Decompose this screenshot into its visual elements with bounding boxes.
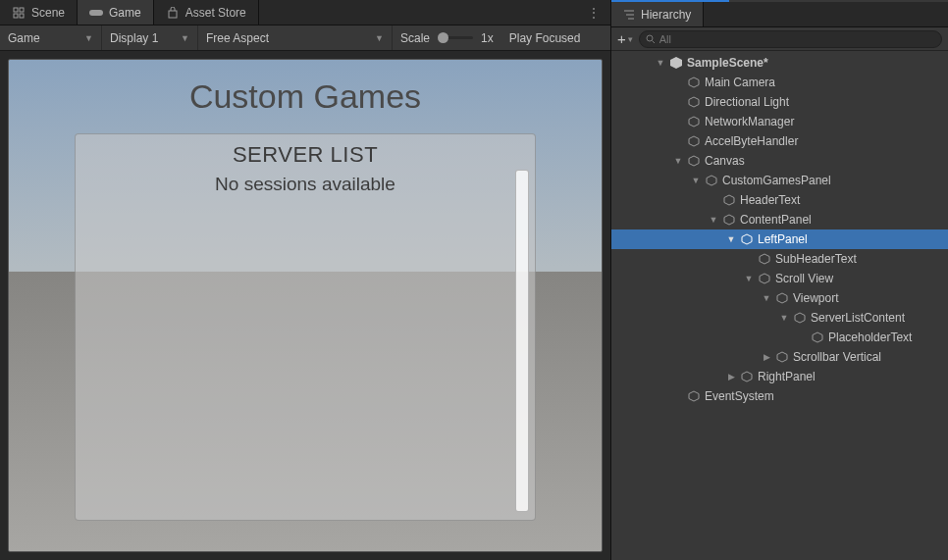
node-event-system[interactable]: EventSystem xyxy=(611,386,948,406)
svg-marker-28 xyxy=(689,391,699,401)
aspect-label: Free Aspect xyxy=(206,31,269,45)
tab-game-label: Game xyxy=(109,6,141,20)
svg-rect-1 xyxy=(20,8,24,12)
node-main-camera[interactable]: Main Camera xyxy=(611,73,948,92)
foldout-open-icon[interactable]: ▼ xyxy=(691,176,701,185)
node-canvas[interactable]: ▼ Canvas xyxy=(611,151,948,171)
svg-marker-24 xyxy=(795,313,805,323)
node-placeholder-text[interactable]: PlaceholderText xyxy=(611,328,948,347)
foldout-closed-icon[interactable]: ▶ xyxy=(762,352,771,362)
svg-rect-3 xyxy=(20,14,24,18)
output-target-label: Game xyxy=(8,31,40,45)
node-network-manager[interactable]: NetworkManager xyxy=(611,112,948,131)
gameobject-icon xyxy=(758,252,771,266)
svg-marker-26 xyxy=(777,352,787,362)
node-right-panel[interactable]: ▶ RightPanel xyxy=(611,367,948,386)
node-header-text[interactable]: HeaderText xyxy=(611,190,948,210)
create-dropdown[interactable]: + ▾ xyxy=(617,30,633,47)
foldout-open-icon[interactable]: ▼ xyxy=(673,156,683,166)
node-label: AccelByteHandler xyxy=(705,134,798,148)
svg-marker-21 xyxy=(760,254,769,264)
gameobject-icon xyxy=(722,193,736,207)
node-scroll-view[interactable]: ▼ Scroll View xyxy=(611,269,948,288)
svg-marker-27 xyxy=(742,372,752,382)
scene-row[interactable]: ▼ SampleScene* xyxy=(611,53,948,73)
chevron-down-icon: ▼ xyxy=(84,33,93,43)
svg-rect-4 xyxy=(89,10,103,16)
gameobject-icon xyxy=(705,174,718,187)
node-sub-header-text[interactable]: SubHeaderText xyxy=(611,249,948,269)
node-label: PlaceholderText xyxy=(828,331,912,344)
gameobject-icon xyxy=(740,370,754,383)
node-scrollbar-vertical[interactable]: ▶ Scrollbar Vertical xyxy=(611,347,948,367)
svg-marker-25 xyxy=(813,332,822,342)
svg-marker-11 xyxy=(670,57,682,69)
play-mode-dropdown[interactable]: Play Focused xyxy=(501,31,610,45)
node-custom-games-panel[interactable]: ▼ CustomGamesPanel xyxy=(611,171,948,190)
tab-game[interactable]: Game xyxy=(78,0,154,25)
node-content-panel[interactable]: ▼ ContentPanel xyxy=(611,210,948,229)
plus-icon: + xyxy=(617,30,626,47)
server-list-scrollbar[interactable] xyxy=(515,170,529,512)
node-label: RightPanel xyxy=(758,370,816,383)
play-mode-label: Play Focused xyxy=(509,31,581,45)
svg-marker-19 xyxy=(724,215,734,225)
gameobject-icon xyxy=(687,154,701,168)
tab-options-icon[interactable]: ⋮ xyxy=(583,0,605,25)
gameobject-icon xyxy=(793,311,807,325)
node-accelbyte-handler[interactable]: AccelByteHandler xyxy=(611,131,948,151)
scale-value: 1x xyxy=(481,31,494,45)
game-icon xyxy=(89,6,103,20)
node-left-panel[interactable]: ▼ LeftPanel xyxy=(611,229,948,249)
slider-knob[interactable] xyxy=(438,32,448,43)
gameobject-icon xyxy=(687,95,701,109)
foldout-open-icon[interactable]: ▼ xyxy=(656,58,665,68)
custom-games-title: Custom Games xyxy=(189,77,421,116)
tab-scene-label: Scene xyxy=(31,6,65,20)
node-label: CustomGamesPanel xyxy=(722,174,831,187)
node-directional-light[interactable]: Directional Light xyxy=(611,92,948,112)
hierarchy-pane: Hierarchy + ▾ ▼ SampleScene* xyxy=(610,0,948,560)
tab-hierarchy-label: Hierarchy xyxy=(641,8,691,22)
tab-asset-store[interactable]: Asset Store xyxy=(154,0,259,25)
foldout-open-icon[interactable]: ▼ xyxy=(726,234,736,244)
node-label: EventSystem xyxy=(705,389,774,403)
svg-marker-20 xyxy=(742,234,752,244)
svg-marker-16 xyxy=(689,156,699,166)
foldout-open-icon[interactable]: ▼ xyxy=(779,313,789,323)
svg-marker-12 xyxy=(689,77,699,87)
node-server-list-content[interactable]: ▼ ServerListContent xyxy=(611,308,948,328)
gameobject-icon xyxy=(687,134,701,148)
foldout-open-icon[interactable]: ▼ xyxy=(744,274,754,283)
hierarchy-search-input[interactable] xyxy=(659,33,935,45)
hierarchy-search[interactable] xyxy=(639,30,942,48)
chevron-down-icon: ▼ xyxy=(181,33,189,43)
node-label: LeftPanel xyxy=(758,232,808,246)
server-list-panel: SERVER LIST No sessions available xyxy=(75,133,536,521)
hierarchy-icon xyxy=(623,9,635,21)
node-label: Directional Light xyxy=(705,95,789,109)
node-label: Scroll View xyxy=(775,272,833,285)
hierarchy-tree: ▼ SampleScene* Main Camera Directional L… xyxy=(611,51,948,560)
foldout-open-icon[interactable]: ▼ xyxy=(762,293,771,303)
output-target-dropdown[interactable]: Game ▼ xyxy=(0,25,102,50)
hierarchy-toolbar: + ▾ xyxy=(611,27,948,51)
svg-line-10 xyxy=(652,40,655,43)
tab-hierarchy[interactable]: Hierarchy xyxy=(611,2,704,26)
display-label: Display 1 xyxy=(110,31,158,45)
foldout-closed-icon[interactable]: ▶ xyxy=(726,372,736,382)
aspect-dropdown[interactable]: Free Aspect ▼ xyxy=(198,25,393,50)
display-dropdown[interactable]: Display 1 ▼ xyxy=(102,25,198,50)
asset-store-icon xyxy=(166,6,180,20)
hierarchy-tab-bar: Hierarchy xyxy=(611,2,948,27)
scale-label: Scale xyxy=(400,31,430,45)
gameobject-icon xyxy=(775,350,789,364)
gameobject-icon xyxy=(687,389,701,403)
gameobject-icon xyxy=(687,115,701,128)
scale-slider[interactable] xyxy=(438,36,473,39)
node-viewport[interactable]: ▼ Viewport xyxy=(611,288,948,308)
node-label: Main Camera xyxy=(705,76,775,89)
svg-marker-13 xyxy=(689,97,699,107)
foldout-open-icon[interactable]: ▼ xyxy=(709,215,718,225)
tab-scene[interactable]: Scene xyxy=(0,0,78,25)
